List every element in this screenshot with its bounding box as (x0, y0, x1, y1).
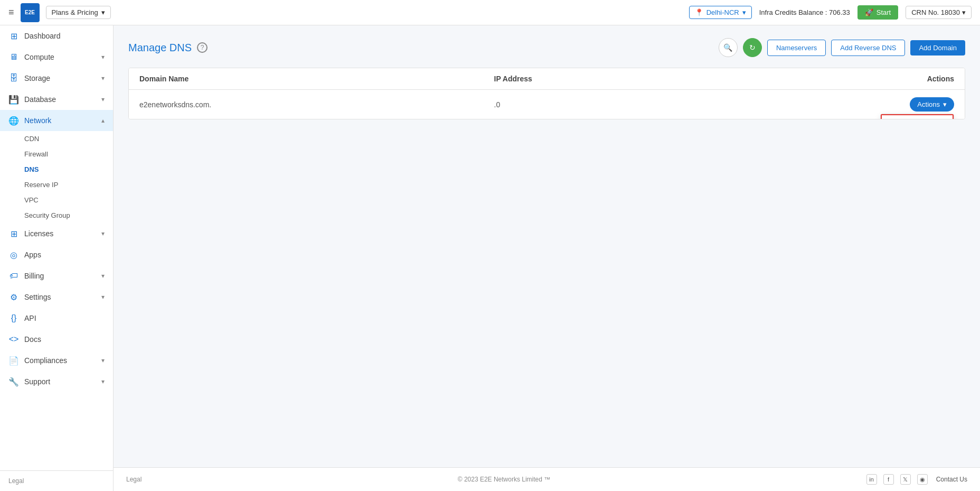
header-actions: 🔍 ↻ Nameservers Add Reverse DNS Add Doma… (719, 38, 965, 57)
add-domain-button[interactable]: Add Domain (910, 40, 965, 55)
plans-pricing-label: Plans & Pricing (52, 8, 98, 16)
topbar: ≡ E2E Plans & Pricing ▾ 📍 Delhi-NCR ▾ In… (0, 0, 980, 25)
billing-chevron-icon: ▾ (101, 272, 105, 280)
manage-option[interactable]: ✏ Manage (881, 114, 954, 119)
settings-chevron-icon: ▾ (101, 293, 105, 301)
sidebar-item-docs[interactable]: <> Docs (0, 329, 113, 350)
cell-ip: .0 (494, 100, 849, 109)
start-button[interactable]: 🚀 Start (858, 5, 898, 20)
help-icon[interactable]: ? (197, 42, 208, 53)
location-pin-icon: 📍 (695, 8, 703, 16)
sidebar-item-firewall[interactable]: Firewall (24, 146, 113, 162)
legal-footer-label[interactable]: Legal (126, 476, 142, 483)
sidebar-item-cdn[interactable]: CDN (24, 131, 113, 146)
cell-actions: Actions ▾ ✏ Manage 🗑 Delete (849, 97, 954, 112)
region-button[interactable]: 📍 Delhi-NCR ▾ (689, 6, 752, 19)
sidebar-label-compute: Compute (24, 53, 54, 61)
sidebar-label-billing: Billing (24, 272, 44, 280)
legal-label[interactable]: Legal (8, 477, 24, 485)
sidebar-label-compliances: Compliances (24, 356, 67, 365)
sidebar-item-compute[interactable]: 🖥 Compute ▾ (0, 47, 113, 68)
footer: Legal © 2023 E2E Networks Limited ™ in f… (114, 467, 980, 491)
main-content: Manage DNS ? 🔍 ↻ Nameservers Add Reverse… (114, 25, 980, 467)
sidebar-label-settings: Settings (24, 293, 51, 301)
sidebar-item-support[interactable]: 🔧 Support ▾ (0, 371, 113, 392)
sidebar-footer: Legal (0, 470, 113, 491)
sidebar-label-dashboard: Dashboard (24, 32, 61, 40)
sidebar-item-compliances[interactable]: 📄 Compliances ▾ (0, 350, 113, 371)
support-icon: 🔧 (8, 376, 19, 387)
layout: ⊞ Dashboard 🖥 Compute ▾ 🗄 Storage ▾ 💾 Da… (0, 25, 980, 491)
sidebar-item-reserve-ip[interactable]: Reserve IP (24, 177, 113, 192)
rss-icon[interactable]: ◉ (917, 474, 928, 485)
region-label: Delhi-NCR (706, 8, 739, 16)
refresh-icon: ↻ (749, 43, 756, 52)
footer-social: in f 𝕏 ◉ (866, 474, 928, 485)
hamburger-icon[interactable]: ≡ (8, 7, 14, 18)
sidebar-item-billing[interactable]: 🏷 Billing ▾ (0, 265, 113, 286)
database-chevron-icon: ▾ (101, 96, 105, 103)
sidebar-item-security-group[interactable]: Security Group (24, 208, 113, 223)
sidebar-item-dns[interactable]: DNS (24, 162, 113, 177)
search-icon: 🔍 (723, 43, 732, 52)
topbar-left: ≡ E2E Plans & Pricing ▾ (8, 3, 111, 22)
table-row: e2enetworksdns.com. .0 Actions ▾ ✏ M (129, 90, 965, 119)
actions-dropdown-wrapper: Actions ▾ ✏ Manage 🗑 Delete (910, 97, 954, 112)
compute-chevron-icon: ▾ (101, 53, 105, 61)
sidebar-item-storage[interactable]: 🗄 Storage ▾ (0, 68, 113, 89)
refresh-button[interactable]: ↻ (743, 38, 762, 57)
storage-icon: 🗄 (8, 73, 19, 84)
sidebar-label-api: API (24, 314, 36, 322)
add-reverse-dns-button[interactable]: Add Reverse DNS (831, 40, 905, 56)
sidebar-item-vpc[interactable]: VPC (24, 192, 113, 208)
settings-icon: ⚙ (8, 292, 19, 302)
start-label: Start (877, 8, 891, 16)
linkedin-icon[interactable]: in (866, 474, 877, 485)
nameservers-button[interactable]: Nameservers (767, 40, 826, 56)
crn-label: CRN No. 18030 (911, 8, 960, 16)
actions-chevron-icon: ▾ (943, 100, 947, 108)
contact-us-link[interactable]: Contact Us (936, 476, 967, 483)
docs-icon: <> (8, 334, 19, 345)
col-actions: Actions (849, 75, 954, 83)
facebook-icon[interactable]: f (883, 474, 894, 485)
licenses-chevron-icon: ▾ (101, 230, 105, 237)
infra-credits-label: Infra Credits Balance : 706.33 (759, 8, 850, 16)
sidebar-item-network[interactable]: 🌐 Network ▴ (0, 110, 113, 131)
sidebar-item-dashboard[interactable]: ⊞ Dashboard (0, 25, 113, 47)
crn-button[interactable]: CRN No. 18030 ▾ (906, 6, 972, 19)
region-chevron-icon: ▾ (742, 8, 746, 16)
database-icon: 💾 (8, 94, 19, 105)
sidebar-label-licenses: Licenses (24, 229, 53, 238)
sidebar-item-api[interactable]: {} API (0, 308, 113, 329)
dashboard-icon: ⊞ (8, 31, 19, 41)
sidebar-item-apps[interactable]: ◎ Apps (0, 244, 113, 265)
search-button[interactable]: 🔍 (719, 38, 738, 57)
sidebar-item-database[interactable]: 💾 Database ▾ (0, 89, 113, 110)
actions-label: Actions (917, 100, 940, 108)
sidebar-item-licenses[interactable]: ⊞ Licenses ▾ (0, 223, 113, 244)
sidebar-label-apps: Apps (24, 251, 41, 259)
dns-table: Domain Name IP Address Actions e2enetwor… (128, 68, 965, 119)
actions-button[interactable]: Actions ▾ (910, 97, 954, 112)
col-domain-name: Domain Name (139, 75, 494, 83)
apps-icon: ◎ (8, 249, 19, 260)
network-submenu: CDN Firewall DNS Reserve IP VPC Security… (0, 131, 113, 223)
col-ip-address: IP Address (494, 75, 849, 83)
page-header: Manage DNS ? 🔍 ↻ Nameservers Add Reverse… (128, 38, 965, 57)
compute-icon: 🖥 (8, 52, 19, 62)
sidebar-label-docs: Docs (24, 335, 41, 344)
twitter-icon[interactable]: 𝕏 (900, 474, 911, 485)
sidebar-item-settings[interactable]: ⚙ Settings ▾ (0, 286, 113, 308)
sidebar: ⊞ Dashboard 🖥 Compute ▾ 🗄 Storage ▾ 💾 Da… (0, 25, 114, 491)
billing-icon: 🏷 (8, 271, 19, 281)
logo: E2E (21, 3, 40, 22)
licenses-icon: ⊞ (8, 228, 19, 239)
network-icon: 🌐 (8, 115, 19, 126)
plans-pricing-button[interactable]: Plans & Pricing ▾ (46, 6, 111, 19)
sidebar-label-network: Network (24, 116, 51, 125)
plans-pricing-chevron-icon: ▾ (101, 8, 105, 16)
network-chevron-icon: ▴ (101, 117, 105, 124)
cell-domain: e2enetworksdns.com. (139, 100, 494, 109)
storage-chevron-icon: ▾ (101, 75, 105, 82)
